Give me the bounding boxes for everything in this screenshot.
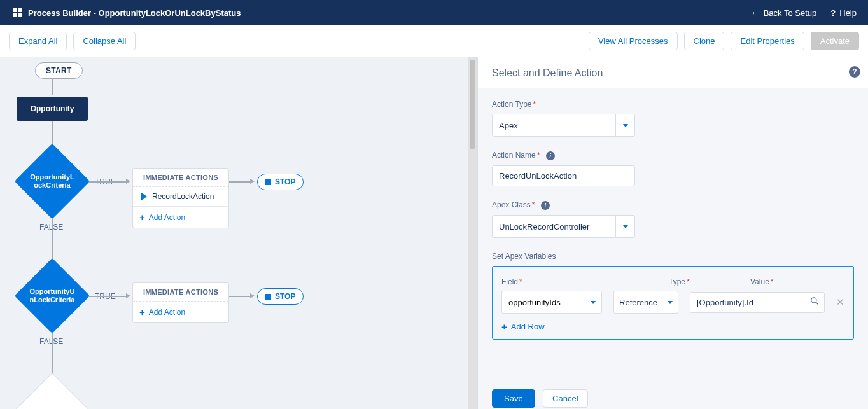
panel-title: Select and Define Action: [492, 67, 603, 79]
view-all-processes-button[interactable]: View All Processes: [589, 32, 678, 50]
action-type-label: Action Type*: [492, 100, 854, 109]
clone-button[interactable]: Clone: [684, 32, 725, 50]
flow-connector: [89, 181, 127, 183]
start-node: START: [35, 62, 83, 79]
var-value-input-wrap[interactable]: [690, 292, 825, 313]
edit-properties-button[interactable]: Edit Properties: [731, 32, 804, 50]
col-value-label: Value*: [750, 277, 773, 286]
plus-icon: +: [139, 212, 145, 223]
apex-class-select[interactable]: UnLockRecordController: [492, 215, 635, 238]
action-type-label-text: Action Type: [492, 100, 531, 109]
svg-point-4: [811, 298, 816, 303]
svg-rect-3: [18, 13, 22, 17]
remove-row-button[interactable]: ✕: [836, 296, 844, 308]
plus-icon: +: [501, 321, 507, 332]
expand-all-button[interactable]: Expand All: [9, 32, 67, 50]
add-action-label: Add Action: [149, 308, 185, 317]
stop-label: STOP: [275, 292, 295, 301]
var-type-caret[interactable]: [662, 291, 678, 313]
add-row-button[interactable]: + Add Row: [501, 321, 545, 332]
stop-node-2[interactable]: STOP: [257, 288, 304, 305]
stop-node-1[interactable]: STOP: [257, 174, 304, 190]
criteria-1-label: OpportunityLockCriteria: [28, 173, 76, 189]
scrollbar-thumb[interactable]: [470, 60, 475, 149]
apex-class-label-text: Apex Class: [492, 200, 531, 209]
app-icon: [11, 7, 23, 18]
svg-rect-0: [13, 8, 17, 12]
back-arrow-icon: ←: [751, 8, 760, 18]
collapse-all-button[interactable]: Collapse All: [73, 32, 136, 50]
col-field-label: Field*: [501, 277, 522, 286]
action-name-label-text: Action Name: [492, 151, 536, 160]
help-link[interactable]: ? Help: [830, 8, 857, 18]
immediate-actions-header: IMMEDIATE ACTIONS: [133, 169, 228, 187]
apex-variable-row: opportunityIds Reference: [501, 291, 844, 314]
flow-connector: [229, 296, 251, 297]
apex-class-value: UnLockRecordController: [493, 217, 615, 237]
cancel-button[interactable]: Cancel: [543, 389, 587, 408]
panel-help-icon[interactable]: ?: [849, 66, 860, 78]
svg-line-5: [816, 302, 818, 305]
add-action-label: Add Action: [149, 213, 185, 222]
arrow-icon: [250, 293, 255, 298]
false-label-2: FALSE: [39, 337, 63, 346]
arrow-icon: [126, 179, 130, 184]
apex-action-icon: [141, 192, 147, 201]
apex-class-label: Apex Class* i: [492, 200, 854, 210]
var-type-value: Reference: [614, 293, 662, 312]
caret-down-icon: [623, 225, 628, 228]
flow-connector: [52, 333, 53, 374]
criteria-2-label: OpportunityUnLockCriteria: [28, 288, 76, 303]
add-action-button-2[interactable]: + Add Action: [133, 302, 228, 322]
immediate-actions-card-1: IMMEDIATE ACTIONS RecordLockAction + Add…: [132, 168, 229, 228]
save-button[interactable]: Save: [492, 389, 535, 408]
criteria-node-2[interactable]: OpportunityUnLockCriteria: [14, 258, 90, 334]
action-item-label: RecordLockAction: [152, 192, 214, 201]
var-value-input[interactable]: [690, 293, 810, 312]
var-field-select[interactable]: opportunityIds: [501, 291, 602, 314]
var-field-caret[interactable]: [584, 291, 601, 313]
stop-icon: [265, 179, 271, 185]
caret-down-icon: [668, 301, 673, 304]
process-canvas[interactable]: START Opportunity OpportunityLockCriteri…: [0, 57, 468, 409]
flow-connector: [52, 78, 53, 95]
stop-icon: [265, 294, 271, 300]
header-title: Process Builder - OpportunityLockOrUnLoc…: [28, 8, 241, 18]
flow-connector: [229, 181, 251, 183]
stop-label: STOP: [275, 177, 295, 186]
action-item-recordlockaction[interactable]: RecordLockAction: [133, 187, 228, 207]
criteria-node-1[interactable]: OpportunityLockCriteria: [14, 143, 90, 219]
back-to-setup-label: Back To Setup: [764, 8, 817, 18]
add-action-button-1[interactable]: + Add Action: [133, 207, 228, 228]
add-criteria-node[interactable]: [14, 372, 90, 409]
action-name-input[interactable]: [492, 165, 635, 186]
action-type-select[interactable]: Apex: [492, 114, 635, 137]
caret-down-icon: [623, 124, 628, 127]
search-icon[interactable]: [810, 296, 819, 308]
flow-connector: [52, 121, 53, 145]
var-type-select[interactable]: Reference: [613, 291, 678, 314]
action-name-label: Action Name* i: [492, 151, 854, 160]
flow-connector: [52, 218, 53, 260]
plus-icon: +: [139, 307, 145, 317]
help-question-icon: ?: [830, 8, 836, 18]
svg-rect-2: [13, 13, 17, 17]
immediate-actions-card-2: IMMEDIATE ACTIONS + Add Action: [132, 282, 229, 323]
help-label: Help: [839, 8, 857, 18]
activate-button: Activate: [811, 32, 859, 50]
false-label-1: FALSE: [39, 223, 63, 232]
apex-variables-box: Field* Type* Value* opportunityIds Refer…: [492, 266, 854, 340]
object-node[interactable]: Opportunity: [17, 97, 88, 121]
apex-class-caret[interactable]: [615, 216, 634, 237]
info-icon[interactable]: i: [541, 201, 550, 210]
arrow-icon: [126, 293, 130, 298]
back-to-setup-link[interactable]: ← Back To Setup: [751, 8, 817, 18]
col-type-label: Type*: [669, 277, 690, 286]
var-field-value: opportunityIds: [502, 293, 584, 312]
arrow-icon: [250, 179, 255, 184]
canvas-scrollbar[interactable]: [468, 57, 477, 409]
action-type-caret[interactable]: [615, 114, 634, 136]
svg-rect-1: [18, 8, 22, 12]
info-icon[interactable]: i: [546, 151, 555, 160]
flow-connector: [89, 296, 127, 297]
